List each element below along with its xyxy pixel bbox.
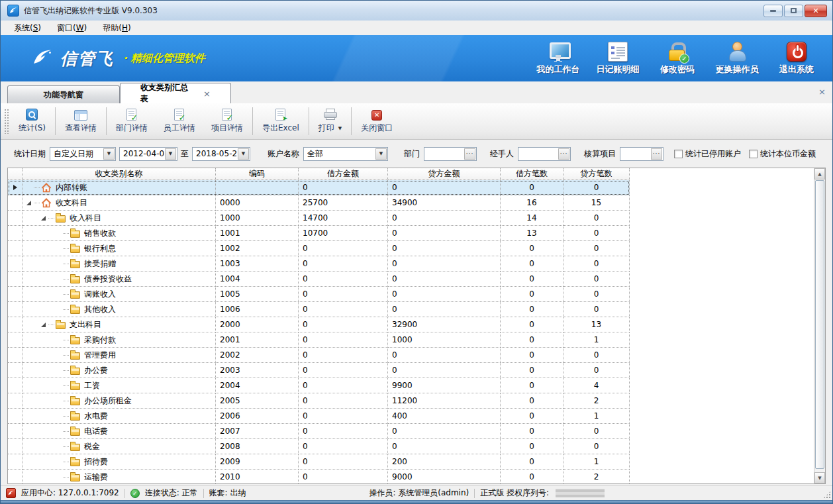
column-header-2[interactable]: 编码 bbox=[216, 168, 299, 180]
tabstrip-close-icon[interactable]: × bbox=[818, 87, 826, 97]
resize-grip[interactable] bbox=[823, 491, 831, 499]
grid-row[interactable]: 收入科目1000147000140 bbox=[8, 211, 630, 226]
row-selector[interactable] bbox=[8, 454, 23, 470]
tab-income-expense-summary[interactable]: 收支类别汇总表× bbox=[120, 83, 231, 103]
toolbar-button-4[interactable]: 员工详情 bbox=[156, 105, 203, 138]
grid-row[interactable]: 水电费2006040001 bbox=[8, 409, 630, 424]
vertical-scrollbar[interactable]: ▲ ▼ bbox=[814, 168, 825, 483]
row-selector[interactable] bbox=[8, 439, 23, 454]
grid-row[interactable]: 电话费20070000 bbox=[8, 424, 630, 439]
chevron-down-icon[interactable]: ▼ bbox=[165, 148, 176, 160]
grid-row[interactable]: 债券投资收益10040000 bbox=[8, 272, 630, 287]
menu-item-w[interactable]: 窗口(W) bbox=[50, 21, 93, 35]
row-selector[interactable] bbox=[8, 272, 23, 287]
row-selector[interactable] bbox=[8, 424, 23, 439]
chevron-down-icon[interactable]: ▼ bbox=[238, 148, 249, 160]
department-input[interactable]: ··· bbox=[424, 147, 477, 161]
expander-icon[interactable] bbox=[41, 323, 46, 327]
row-selector[interactable] bbox=[8, 470, 23, 484]
category-name: 办公场所租金 bbox=[84, 395, 132, 407]
grid-row[interactable]: 工资20040990004 bbox=[8, 378, 630, 393]
column-header-6[interactable]: 贷方笔数 bbox=[564, 168, 630, 180]
row-selector[interactable] bbox=[8, 241, 23, 256]
close-button[interactable]: ✕ bbox=[805, 5, 827, 17]
toolbar-button-2[interactable]: 查看详情 bbox=[57, 105, 105, 138]
banner-action-power[interactable]: 退出系统 bbox=[770, 42, 823, 76]
banner-action-journal[interactable]: 日记账明细 bbox=[591, 42, 644, 76]
grid-row[interactable]: 接受捐赠10030000 bbox=[8, 256, 630, 272]
folder-icon bbox=[70, 444, 80, 451]
date-mode-combo[interactable]: 自定义日期▼ bbox=[50, 147, 116, 161]
toolbar-grip[interactable] bbox=[4, 109, 9, 134]
checkbox-icon[interactable] bbox=[674, 150, 683, 158]
row-selector[interactable] bbox=[8, 256, 23, 272]
tab-nav-panel[interactable]: 功能导航窗 bbox=[7, 85, 120, 103]
grid-row[interactable]: 办公场所租金200501120002 bbox=[8, 393, 630, 409]
chevron-down-icon[interactable]: ▼ bbox=[375, 148, 387, 160]
column-header-3[interactable]: 借方金额 bbox=[299, 168, 388, 180]
minimize-button[interactable] bbox=[763, 5, 783, 17]
toolbar-button-7[interactable]: 打印▼ bbox=[311, 105, 350, 138]
row-selector[interactable] bbox=[8, 363, 23, 378]
row-selector[interactable] bbox=[8, 211, 23, 226]
grid-row[interactable]: 银行利息10020000 bbox=[8, 241, 630, 256]
ellipsis-icon[interactable]: ··· bbox=[464, 148, 475, 160]
ellipsis-icon[interactable]: ··· bbox=[651, 148, 662, 160]
restore-button[interactable] bbox=[784, 5, 803, 17]
column-header-4[interactable]: 贷方金额 bbox=[388, 168, 501, 180]
scroll-up-icon[interactable]: ▲ bbox=[814, 168, 825, 179]
toolbar-button-1[interactable]: 统计(S) bbox=[11, 105, 54, 138]
grid-row[interactable]: 招待费2009020001 bbox=[8, 454, 630, 470]
grid-row[interactable]: 调账收入10050000 bbox=[8, 287, 630, 302]
checkbox-disabled-accounts[interactable]: 统计已停用账户 bbox=[674, 148, 741, 160]
toolbar-button-3[interactable]: 部门详情 bbox=[108, 105, 156, 138]
expander-icon[interactable] bbox=[26, 201, 31, 205]
row-selector[interactable] bbox=[8, 348, 23, 363]
date-from-combo[interactable]: 2012-04-01▼ bbox=[119, 147, 177, 161]
menu-item-s[interactable]: 系统(S) bbox=[7, 21, 48, 35]
toolbar-button-6[interactable]: 导出Excel bbox=[254, 105, 307, 138]
row-selector[interactable] bbox=[8, 409, 23, 424]
grid-row[interactable]: 采购付款20010100001 bbox=[8, 332, 630, 348]
grid-row[interactable]: 管理费用20020000 bbox=[8, 348, 630, 363]
grid-row[interactable]: 税金20080000 bbox=[8, 439, 630, 454]
grid-row[interactable]: 办公费20030000 bbox=[8, 363, 630, 378]
row-selector[interactable] bbox=[8, 195, 23, 211]
scrollbar-thumb[interactable] bbox=[815, 180, 824, 469]
menu-item-h[interactable]: 帮助(H) bbox=[96, 21, 137, 35]
scroll-down-icon[interactable]: ▼ bbox=[814, 472, 825, 483]
grid-row[interactable]: 内部转账0000 bbox=[8, 180, 630, 195]
account-combo[interactable]: 全部▼ bbox=[303, 147, 388, 161]
tab-close-icon[interactable]: × bbox=[203, 89, 211, 99]
banner-action-monitor[interactable]: 我的工作台 bbox=[532, 42, 585, 76]
ellipsis-icon[interactable]: ··· bbox=[558, 148, 569, 160]
expander-icon[interactable] bbox=[41, 216, 46, 221]
chevron-down-icon[interactable]: ▼ bbox=[103, 148, 115, 160]
row-selector[interactable] bbox=[8, 332, 23, 348]
project-input[interactable]: ··· bbox=[620, 147, 663, 161]
grid-row[interactable]: 支出科目2000032900013 bbox=[8, 317, 630, 332]
toolbar-button-5[interactable]: 项目详情 bbox=[203, 105, 251, 138]
banner-action-user[interactable]: 更换操作员 bbox=[710, 42, 763, 76]
grid-row[interactable]: 销售收款1001107000130 bbox=[8, 226, 630, 241]
banner-action-lock[interactable]: ✓修改密码 bbox=[651, 42, 704, 76]
date-to-combo[interactable]: 2018-05-21▼ bbox=[192, 147, 250, 161]
row-selector[interactable] bbox=[8, 393, 23, 409]
row-selector[interactable] bbox=[8, 317, 23, 332]
column-header-1[interactable]: 收支类别名称 bbox=[23, 168, 216, 180]
row-selector[interactable] bbox=[8, 287, 23, 302]
debit-cell: 14700 bbox=[299, 211, 388, 226]
grid-row[interactable]: 其他收入10060000 bbox=[8, 302, 630, 317]
handler-input[interactable]: ··· bbox=[518, 147, 571, 161]
row-selector[interactable] bbox=[8, 378, 23, 393]
grid-row[interactable]: 收支科目000025700349001615 bbox=[8, 195, 630, 211]
toolbar-button-8[interactable]: 关闭窗口 bbox=[353, 105, 401, 138]
grid-row[interactable]: 运输费20100900002 bbox=[8, 470, 630, 484]
row-selector[interactable] bbox=[8, 226, 23, 241]
row-selector[interactable] bbox=[8, 302, 23, 317]
checkbox-icon[interactable] bbox=[749, 150, 758, 158]
column-header-5[interactable]: 借方笔数 bbox=[501, 168, 564, 180]
checkbox-base-currency[interactable]: 统计本位币金额 bbox=[749, 148, 816, 160]
row-selector[interactable] bbox=[8, 180, 23, 195]
chevron-down-icon[interactable]: ▼ bbox=[338, 126, 342, 131]
